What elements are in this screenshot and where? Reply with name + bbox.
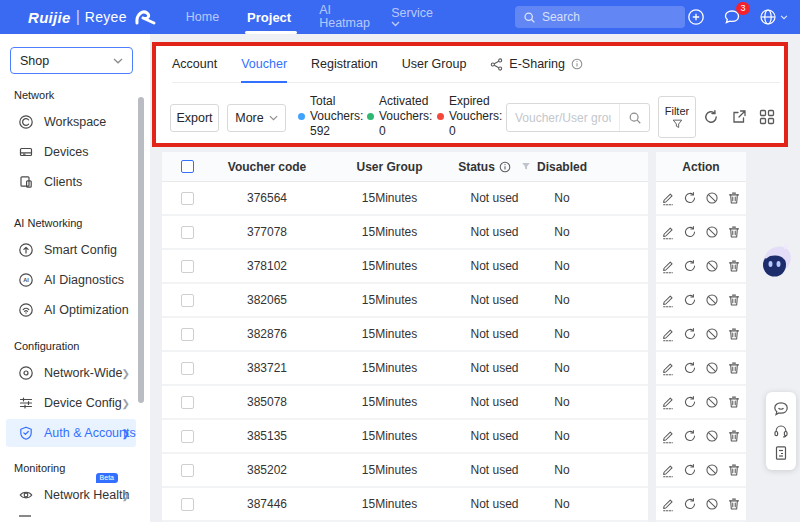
info-icon[interactable] bbox=[499, 161, 511, 173]
renew-icon[interactable] bbox=[683, 293, 697, 307]
sidebar-item-clients[interactable]: Clients bbox=[6, 168, 136, 196]
ban-icon[interactable] bbox=[705, 497, 719, 511]
sidebar-item-devices[interactable]: Devices bbox=[6, 138, 136, 166]
headset-icon[interactable] bbox=[773, 423, 789, 439]
renew-icon[interactable] bbox=[683, 327, 697, 341]
ban-icon[interactable] bbox=[705, 191, 719, 205]
renew-icon[interactable] bbox=[683, 497, 697, 511]
table-row[interactable]: 385202 15Minutes Not used No bbox=[162, 454, 648, 488]
table-row[interactable]: 377078 15Minutes Not used No bbox=[162, 216, 648, 250]
ban-icon[interactable] bbox=[705, 463, 719, 477]
nav-project[interactable]: Project bbox=[233, 0, 305, 34]
grid-view-icon[interactable] bbox=[758, 108, 776, 126]
edit-icon[interactable] bbox=[661, 293, 675, 308]
sidebar-item-auth-accounts[interactable]: Auth & Accounts❯ bbox=[6, 419, 136, 447]
chat-bubble-icon[interactable]: 3 bbox=[723, 8, 741, 26]
sidebar-item-network-wide[interactable]: Network-Wide❯ bbox=[6, 359, 136, 387]
nav-ai-heatmap[interactable]: AI Heatmap bbox=[305, 0, 377, 34]
edit-icon[interactable] bbox=[661, 191, 675, 206]
refresh-icon[interactable] bbox=[702, 108, 720, 126]
delete-icon[interactable] bbox=[727, 429, 741, 443]
table-row[interactable]: 385078 15Minutes Not used No bbox=[162, 386, 648, 420]
renew-icon[interactable] bbox=[683, 259, 697, 273]
delete-icon[interactable] bbox=[727, 361, 741, 375]
row-checkbox[interactable] bbox=[181, 192, 194, 205]
row-checkbox[interactable] bbox=[181, 498, 194, 511]
tab-e-sharing[interactable]: E-Sharing bbox=[490, 46, 583, 83]
global-search-input[interactable] bbox=[542, 10, 672, 24]
global-search[interactable] bbox=[515, 6, 685, 28]
voucher-search-input[interactable] bbox=[507, 111, 619, 125]
row-checkbox[interactable] bbox=[181, 396, 194, 409]
globe-icon[interactable] bbox=[759, 8, 788, 26]
row-checkbox[interactable] bbox=[181, 226, 194, 239]
search-icon[interactable] bbox=[619, 104, 649, 131]
delete-icon[interactable] bbox=[727, 191, 741, 205]
more-button[interactable]: More bbox=[227, 104, 286, 132]
row-checkbox[interactable] bbox=[181, 362, 194, 375]
renew-icon[interactable] bbox=[683, 395, 697, 409]
feedback-icon[interactable] bbox=[773, 445, 789, 461]
tab-voucher[interactable]: Voucher bbox=[241, 46, 287, 83]
ban-icon[interactable] bbox=[705, 225, 719, 239]
row-checkbox[interactable] bbox=[181, 328, 194, 341]
table-row[interactable]: 387446 15Minutes Not used No bbox=[162, 488, 648, 522]
edit-icon[interactable] bbox=[661, 429, 675, 444]
edit-icon[interactable] bbox=[661, 395, 675, 410]
sidebar-item-smart-config[interactable]: Smart Config bbox=[6, 236, 136, 264]
ban-icon[interactable] bbox=[705, 395, 719, 409]
delete-icon[interactable] bbox=[727, 395, 741, 409]
edit-icon[interactable] bbox=[661, 497, 675, 512]
ban-icon[interactable] bbox=[705, 429, 719, 443]
filter-funnel-icon[interactable] bbox=[521, 162, 531, 171]
export-button[interactable]: Export bbox=[170, 104, 219, 132]
tab-user-group[interactable]: User Group bbox=[402, 46, 467, 83]
tab-registration[interactable]: Registration bbox=[311, 46, 378, 83]
row-checkbox[interactable] bbox=[181, 260, 194, 273]
select-all-checkbox[interactable] bbox=[181, 160, 194, 173]
delete-icon[interactable] bbox=[727, 225, 741, 239]
chat-smile-icon[interactable] bbox=[773, 401, 789, 417]
renew-icon[interactable] bbox=[683, 463, 697, 477]
renew-icon[interactable] bbox=[683, 361, 697, 375]
ban-icon[interactable] bbox=[705, 259, 719, 273]
edit-icon[interactable] bbox=[661, 327, 675, 342]
ai-assistant-mascot-icon[interactable] bbox=[757, 242, 795, 282]
delete-icon[interactable] bbox=[727, 259, 741, 273]
edit-icon[interactable] bbox=[661, 225, 675, 240]
ban-icon[interactable] bbox=[705, 361, 719, 375]
edit-icon[interactable] bbox=[661, 463, 675, 478]
sidebar-item-ai-diagnostics[interactable]: AI AI Diagnostics bbox=[6, 266, 136, 294]
delete-icon[interactable] bbox=[727, 293, 741, 307]
table-row[interactable]: 385135 15Minutes Not used No bbox=[162, 420, 648, 454]
nav-home[interactable]: Home bbox=[172, 0, 233, 34]
delete-icon[interactable] bbox=[727, 327, 741, 341]
sidebar-scrollbar[interactable] bbox=[138, 97, 144, 403]
sidebar-item-workspace[interactable]: Workspace bbox=[6, 108, 136, 136]
row-checkbox[interactable] bbox=[181, 294, 194, 307]
filter-button[interactable]: Filter bbox=[658, 96, 696, 138]
table-row[interactable]: 382876 15Minutes Not used No bbox=[162, 318, 648, 352]
table-row[interactable]: 382065 15Minutes Not used No bbox=[162, 284, 648, 318]
plus-circle-icon[interactable] bbox=[687, 8, 705, 26]
table-row[interactable]: 376564 15Minutes Not used No bbox=[162, 182, 648, 216]
delete-icon[interactable] bbox=[727, 497, 741, 511]
info-icon[interactable] bbox=[571, 58, 583, 70]
tab-account[interactable]: Account bbox=[172, 46, 217, 83]
ban-icon[interactable] bbox=[705, 293, 719, 307]
row-checkbox[interactable] bbox=[181, 464, 194, 477]
edit-icon[interactable] bbox=[661, 361, 675, 376]
delete-icon[interactable] bbox=[727, 463, 741, 477]
renew-icon[interactable] bbox=[683, 225, 697, 239]
export-out-icon[interactable] bbox=[730, 108, 748, 126]
renew-icon[interactable] bbox=[683, 429, 697, 443]
sidebar-item-device-config[interactable]: Device Config❯ bbox=[6, 389, 136, 417]
sidebar-item-ai-optimization[interactable]: AI Optimization bbox=[6, 296, 136, 324]
renew-icon[interactable] bbox=[683, 191, 697, 205]
row-checkbox[interactable] bbox=[181, 430, 194, 443]
edit-icon[interactable] bbox=[661, 259, 675, 274]
table-row[interactable]: 383721 15Minutes Not used No bbox=[162, 352, 648, 386]
nav-service[interactable]: Service bbox=[377, 0, 447, 34]
ban-icon[interactable] bbox=[705, 327, 719, 341]
org-selector[interactable]: Shop bbox=[10, 47, 133, 74]
